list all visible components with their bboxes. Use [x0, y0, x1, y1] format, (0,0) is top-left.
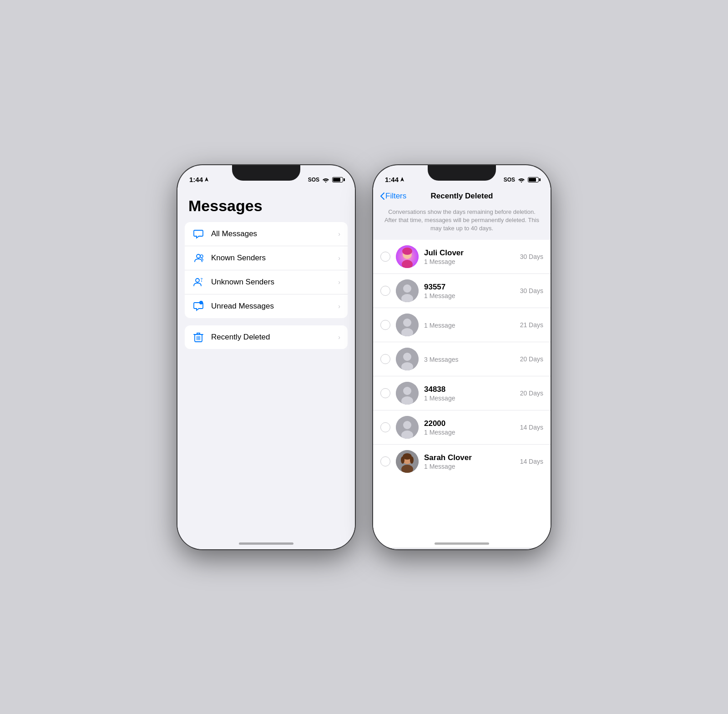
svg-point-30 — [403, 387, 411, 395]
speech-bubble-icon — [192, 228, 205, 240]
app-title: Messages — [177, 188, 355, 222]
home-indicator — [239, 542, 293, 545]
conversation-info: Juli Clover 1 Message — [424, 248, 520, 265]
location-arrow-icon — [400, 177, 404, 182]
right-iphone: 1:44 SOS — [373, 165, 551, 549]
conversation-info: 3 Messages — [424, 355, 520, 363]
back-label: Filters — [385, 192, 406, 201]
chevron-icon: › — [338, 334, 340, 341]
svg-point-0 — [325, 181, 326, 182]
conversation-info: 34838 1 Message — [424, 385, 520, 402]
message-count: 1 Message — [424, 258, 520, 265]
chevron-left-icon — [380, 192, 384, 200]
list-item[interactable]: 22000 1 Message 14 Days — [373, 410, 551, 445]
days-remaining: 20 Days — [520, 390, 543, 397]
conversation-info: 22000 1 Message — [424, 419, 520, 436]
list-item[interactable]: 3 Messages 20 Days — [373, 342, 551, 376]
message-count: 1 Message — [424, 463, 520, 470]
unread-messages-label: Unread Messages — [211, 302, 338, 311]
battery-icon — [332, 177, 343, 182]
chevron-icon: › — [338, 254, 340, 262]
contact-name: 22000 — [424, 419, 520, 428]
avatar — [396, 348, 419, 370]
conversation-info: Sarah Clover 1 Message — [424, 453, 520, 470]
list-item[interactable]: Sarah Clover 1 Message 14 Days — [373, 445, 551, 478]
known-senders-icon — [192, 252, 205, 264]
list-item[interactable]: Juli Clover 1 Message 30 Days — [373, 240, 551, 274]
svg-point-33 — [403, 421, 411, 429]
page-title: Recently Deleted — [431, 192, 493, 201]
conversation-info: 93557 1 Message — [424, 283, 520, 299]
avatar — [396, 279, 419, 302]
svg-point-1 — [197, 254, 200, 258]
select-checkbox[interactable] — [380, 456, 390, 466]
deleted-menu-group: Recently Deleted › — [185, 325, 348, 349]
unknown-senders-item[interactable]: ? Unknown Senders › — [185, 270, 348, 294]
recently-deleted-label: Recently Deleted — [211, 333, 338, 342]
message-count: 1 Message — [424, 322, 520, 329]
list-item[interactable]: 1 Message 21 Days — [373, 308, 551, 342]
left-screen: 1:44 SOS Messages — [177, 165, 355, 549]
unread-messages-item[interactable]: Unread Messages › — [185, 294, 348, 318]
days-remaining: 30 Days — [520, 287, 543, 294]
select-checkbox[interactable] — [380, 286, 390, 296]
svg-text:?: ? — [201, 277, 203, 281]
home-indicator — [435, 542, 489, 545]
notch — [428, 165, 496, 181]
unknown-senders-icon: ? — [192, 276, 205, 289]
chevron-icon: › — [338, 230, 340, 238]
avatar — [396, 245, 419, 268]
conversation-info: 1 Message — [424, 321, 520, 329]
trash-icon — [192, 331, 205, 344]
list-item[interactable]: 93557 1 Message 30 Days — [373, 274, 551, 308]
status-right-icons: SOS — [308, 177, 343, 183]
recently-deleted-item[interactable]: Recently Deleted › — [185, 325, 348, 349]
known-senders-label: Known Senders — [211, 253, 338, 263]
all-messages-item[interactable]: All Messages › — [185, 222, 348, 246]
all-messages-label: All Messages — [211, 229, 338, 238]
avatar — [396, 382, 419, 405]
select-checkbox[interactable] — [380, 354, 390, 364]
sos-label: SOS — [504, 177, 515, 183]
message-count: 1 Message — [424, 395, 520, 402]
messages-app: Messages All Messages › — [177, 188, 355, 549]
contact-name: Sarah Clover — [424, 453, 520, 462]
back-button[interactable]: Filters — [380, 192, 406, 201]
contact-name: 34838 — [424, 385, 520, 394]
status-right-icons: SOS — [504, 177, 539, 183]
time-display: 1:44 — [385, 176, 404, 183]
svg-point-6 — [199, 301, 203, 304]
sos-label: SOS — [308, 177, 319, 183]
contact-name: 93557 — [424, 283, 520, 292]
svg-point-15 — [521, 181, 522, 182]
left-iphone: 1:44 SOS Messages — [177, 165, 355, 549]
avatar — [396, 314, 419, 336]
chevron-icon: › — [338, 279, 340, 286]
wifi-icon — [518, 177, 525, 182]
wifi-icon — [322, 177, 329, 182]
select-checkbox[interactable] — [380, 388, 390, 398]
message-count: 3 Messages — [424, 356, 520, 363]
message-count: 1 Message — [424, 292, 520, 299]
select-checkbox[interactable] — [380, 422, 390, 432]
bottom-action-bar: Delete All Recover All — [373, 548, 551, 549]
message-count: 1 Message — [424, 429, 520, 436]
days-remaining: 20 Days — [520, 355, 543, 363]
list-item[interactable]: 34838 1 Message 20 Days — [373, 376, 551, 410]
svg-point-24 — [403, 319, 411, 327]
svg-point-40 — [401, 456, 404, 464]
avatar — [396, 450, 419, 473]
svg-point-27 — [403, 353, 411, 361]
select-checkbox[interactable] — [380, 320, 390, 330]
right-screen: 1:44 SOS — [373, 165, 551, 549]
days-remaining: 21 Days — [520, 321, 543, 329]
chevron-icon: › — [338, 303, 340, 310]
location-arrow-icon — [204, 177, 209, 182]
svg-point-3 — [196, 279, 199, 282]
battery-icon — [528, 177, 539, 182]
navigation-bar: Filters Recently Deleted — [373, 188, 551, 204]
filters-menu-group: All Messages › Known Senders › — [185, 222, 348, 318]
known-senders-item[interactable]: Known Senders › — [185, 246, 348, 270]
select-checkbox[interactable] — [380, 252, 390, 262]
unknown-senders-label: Unknown Senders — [211, 278, 338, 287]
